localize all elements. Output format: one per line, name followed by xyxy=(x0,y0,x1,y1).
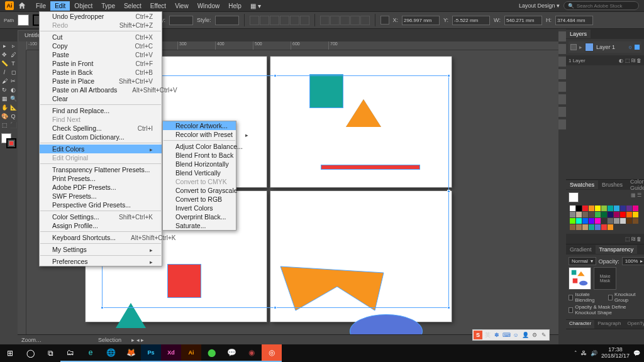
task-firefox[interactable]: 🦊 xyxy=(121,344,141,362)
opacity-field[interactable] xyxy=(169,16,193,25)
menu-window[interactable]: Window xyxy=(193,1,225,11)
task-edge[interactable]: e xyxy=(80,344,101,362)
task-app2[interactable]: ◉ xyxy=(242,344,262,362)
tool-12[interactable]: ▦ xyxy=(0,94,9,103)
ime-logo[interactable]: S xyxy=(474,331,482,339)
swatch[interactable] xyxy=(576,218,582,224)
menu-item[interactable]: Blend Vertically xyxy=(163,168,236,177)
fill-swatch[interactable] xyxy=(18,14,29,26)
dock-icon[interactable] xyxy=(558,94,566,104)
tool-13[interactable]: 🔍 xyxy=(9,94,18,103)
menu-item[interactable]: Find and Replace... xyxy=(40,106,162,115)
swatch[interactable] xyxy=(626,218,632,224)
swatch[interactable] xyxy=(601,212,607,217)
menu-item[interactable]: Edit Custom Dictionary... xyxy=(40,133,162,141)
dock-icon[interactable] xyxy=(558,119,566,129)
tool-0[interactable]: ▸ xyxy=(0,41,9,50)
swatch[interactable] xyxy=(589,212,594,217)
menu-item[interactable]: CopyCtrl+C xyxy=(40,41,162,50)
menu-item[interactable]: Overprint Black... xyxy=(163,212,236,221)
swatch[interactable] xyxy=(626,206,632,211)
align-c[interactable] xyxy=(260,16,269,25)
blend-mode[interactable]: Normal ▾ xyxy=(569,257,596,265)
colorguide-tab[interactable]: Color Guide xyxy=(626,177,644,192)
menu-item[interactable]: Paste in BackCtrl+B xyxy=(40,68,162,77)
tool-3[interactable]: 🖊 xyxy=(9,50,18,59)
menu-item[interactable]: Adjust Color Balance... xyxy=(163,142,236,151)
home-icon[interactable] xyxy=(18,1,26,10)
tool-14[interactable]: ✋ xyxy=(0,103,9,112)
style-field[interactable] xyxy=(215,16,239,25)
tool-5[interactable]: T xyxy=(9,59,18,68)
transform-ref[interactable] xyxy=(380,16,389,25)
opacity-mask-define[interactable]: Opacity & Mask Define Knockout Shape xyxy=(569,304,641,315)
swatch[interactable] xyxy=(589,218,594,224)
swatch[interactable] xyxy=(570,212,575,217)
pf-4[interactable] xyxy=(350,16,360,25)
swatch[interactable] xyxy=(582,206,588,211)
swatch[interactable] xyxy=(620,206,626,211)
menu-item[interactable]: Keyboard Shortcuts...Alt+Shift+Ctrl+K xyxy=(40,233,162,242)
menu-item[interactable]: Recolor with Preset xyxy=(163,130,236,139)
ime-ic5[interactable]: ⚙ xyxy=(530,331,539,339)
menu-item[interactable]: Clear xyxy=(40,94,162,103)
menu-item[interactable]: Color Settings...Shift+Ctrl+K xyxy=(40,212,162,221)
ot-tab[interactable]: OpenType xyxy=(624,320,644,329)
fill-stroke[interactable] xyxy=(1,133,16,148)
swatch[interactable] xyxy=(589,224,594,230)
start-button[interactable]: ⊞ xyxy=(0,344,20,362)
current-fill[interactable] xyxy=(569,192,579,202)
swatch[interactable] xyxy=(601,206,607,211)
align-l[interactable] xyxy=(250,16,259,25)
menu-item[interactable]: Assign Profile... xyxy=(40,221,162,230)
menu-item[interactable]: Undo EyedropperCtrl+Z xyxy=(40,12,162,21)
swatch[interactable] xyxy=(614,218,619,224)
dock-icon[interactable] xyxy=(558,31,566,41)
layers-tab[interactable]: Layers xyxy=(566,30,591,38)
menu-type[interactable]: Type xyxy=(97,1,119,11)
menu-item[interactable]: My Settings xyxy=(40,245,162,254)
shape-teal-square[interactable] xyxy=(309,74,343,108)
menu-item[interactable]: Adobe PDF Presets... xyxy=(40,183,162,192)
gradient-tab[interactable]: Gradient xyxy=(566,245,596,254)
tray-net[interactable]: 🖧 xyxy=(581,350,587,356)
pf-1[interactable] xyxy=(320,16,330,25)
menu-item[interactable]: Saturate... xyxy=(163,221,236,230)
dock-icon[interactable] xyxy=(558,82,566,92)
align-m[interactable] xyxy=(290,16,299,25)
swatch[interactable] xyxy=(601,224,607,230)
ime-lang[interactable]: 英 xyxy=(483,331,492,339)
visibility-toggle[interactable] xyxy=(570,44,577,50)
swatch[interactable] xyxy=(582,212,588,217)
tray-up[interactable]: ˄ xyxy=(574,350,577,356)
swatch[interactable] xyxy=(608,224,613,230)
opacity-value[interactable]: 100% ▸ xyxy=(622,257,644,265)
tool-19[interactable]: ⬛ xyxy=(9,121,18,129)
tool-15[interactable]: 📐 xyxy=(9,103,18,112)
task-cortana[interactable]: ◯ xyxy=(20,344,40,362)
swatch[interactable] xyxy=(595,224,601,230)
isolate-blend[interactable]: Isolate Blending Knockout Group xyxy=(569,292,641,303)
brushes-tab[interactable]: Brushes xyxy=(598,180,626,189)
menu-item[interactable]: Perspective Grid Presets... xyxy=(40,200,162,209)
para-tab[interactable]: Paragraph xyxy=(594,320,624,329)
menu-item[interactable]: Preferences xyxy=(40,257,162,266)
swatch[interactable] xyxy=(633,212,638,217)
align-t[interactable] xyxy=(280,16,289,25)
swatch[interactable] xyxy=(576,224,582,230)
tool-6[interactable]: / xyxy=(0,68,9,77)
h-field[interactable]: 374.484 mm xyxy=(555,16,593,25)
ime-toolbar[interactable]: S 英 ✽ ⌨ ☺ 👤 ⚙ ✎ xyxy=(472,329,550,341)
menu-item[interactable]: Blend Horizontally xyxy=(163,160,236,168)
menu-edit[interactable]: Edit xyxy=(50,1,70,11)
swatch[interactable] xyxy=(633,218,638,224)
task-ps[interactable]: Ps xyxy=(141,344,161,362)
swatches-tab[interactable]: Swatches xyxy=(566,180,598,189)
tool-16[interactable]: 🎨 xyxy=(0,112,9,121)
menu-help[interactable]: Help xyxy=(224,1,246,11)
transp-thumb[interactable] xyxy=(569,267,591,290)
menu-item[interactable]: Transparency Flattener Presets... xyxy=(40,165,162,174)
dock-icon[interactable] xyxy=(558,44,566,54)
layer-name[interactable]: Layer 1 xyxy=(596,44,615,50)
menu-item[interactable]: PasteCtrl+V xyxy=(40,50,162,59)
